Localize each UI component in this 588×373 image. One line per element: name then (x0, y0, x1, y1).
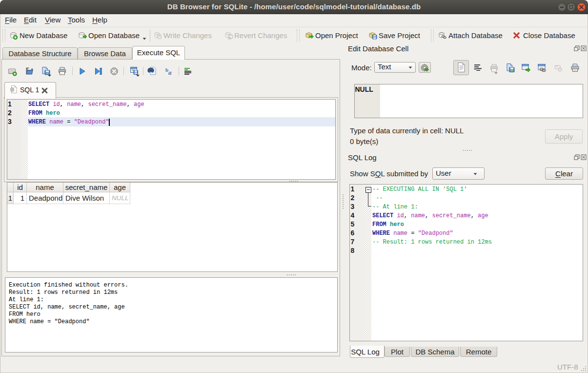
svg-text:a: a (168, 69, 172, 76)
